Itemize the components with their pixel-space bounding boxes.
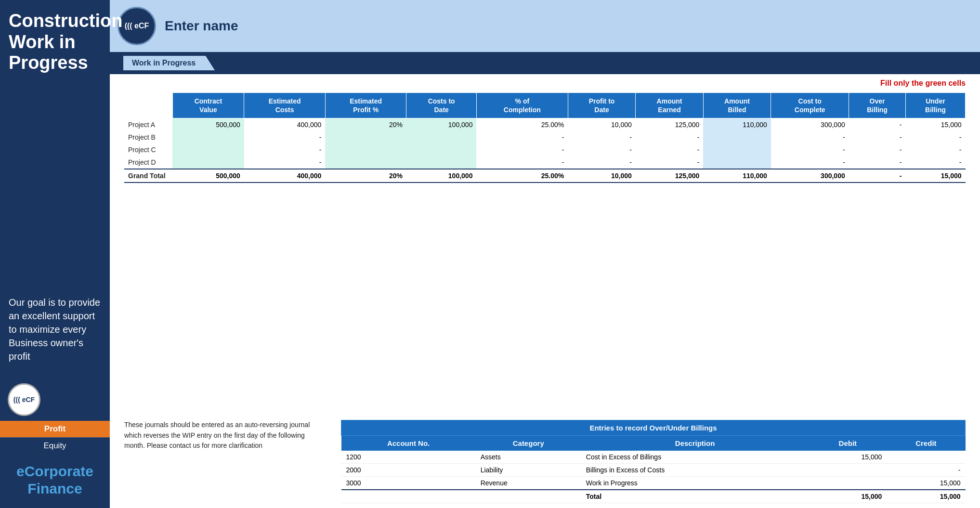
table-cell: -: [476, 156, 568, 169]
entries-cell-category: Revenue: [476, 477, 581, 490]
sidebar-ecf-label: ((( eCF: [13, 396, 35, 404]
entries-col-category: Category: [476, 436, 581, 451]
table-row: Project B-------: [124, 131, 966, 143]
grand-total-cell: Grand Total: [124, 169, 172, 182]
table-cell: -: [476, 131, 568, 143]
nav-tab-wip[interactable]: Work in Progress: [123, 56, 215, 70]
table-cell[interactable]: 500,000: [172, 118, 244, 131]
table-cell[interactable]: [172, 143, 244, 156]
col-amount-billed: AmountBilled: [703, 93, 771, 118]
entries-title: Entries to record Over/Under Billings: [341, 420, 966, 436]
table-cell[interactable]: [325, 131, 406, 143]
entries-total-cell: Total: [581, 490, 809, 503]
grand-total-row: Grand Total500,000400,00020%100,00025.00…: [124, 169, 966, 182]
table-cell[interactable]: [406, 156, 477, 169]
table-cell[interactable]: [172, 156, 244, 169]
content-area: Fill only the green cells ContractValue …: [110, 74, 980, 415]
header-enter-name[interactable]: Enter name: [165, 18, 238, 34]
table-cell[interactable]: 20%: [325, 118, 406, 131]
table-cell[interactable]: [325, 156, 406, 169]
header-nav: Work in Progress: [110, 52, 980, 74]
table-cell: Project D: [124, 156, 172, 169]
grand-total-cell: 400,000: [244, 169, 326, 182]
entries-cell-account_no: 3000: [341, 477, 476, 490]
sidebar-tabs: Profit Equity: [0, 421, 110, 454]
table-cell: 15,000: [905, 118, 965, 131]
table-cell: 25.00%: [476, 118, 568, 131]
entries-cell-credit: -: [887, 464, 965, 477]
table-cell: -: [849, 156, 906, 169]
table-cell[interactable]: [406, 143, 477, 156]
tab-profit[interactable]: Profit: [0, 421, 110, 437]
table-cell: -: [905, 143, 965, 156]
grand-total-cell: -: [849, 169, 906, 182]
table-cell[interactable]: [703, 131, 771, 143]
table-cell: -: [905, 131, 965, 143]
entries-col-description: Description: [581, 436, 809, 451]
entries-table-wrap: Entries to record Over/Under Billings Ac…: [341, 420, 966, 503]
sidebar: Construction Work in Progress Our goal i…: [0, 0, 110, 508]
table-cell: 400,000: [244, 118, 326, 131]
col-estimated-costs: EstimatedCosts: [244, 93, 326, 118]
table-cell: Project B: [124, 131, 172, 143]
table-cell: -: [849, 118, 906, 131]
entries-cell-category: Assets: [476, 451, 581, 464]
table-cell: -: [905, 156, 965, 169]
journal-note: These journals should be entered as an a…: [124, 420, 327, 451]
table-cell: -: [244, 143, 326, 156]
header-ecf-badge: ((( eCF: [118, 7, 156, 45]
grand-total-cell: 25.00%: [476, 169, 568, 182]
table-header-row: ContractValue EstimatedCosts EstimatedPr…: [124, 93, 966, 118]
col-contract-value: ContractValue: [172, 93, 244, 118]
entries-col-header-row: Account No. Category Description Debit C…: [341, 436, 966, 451]
wip-table: ContractValue EstimatedCosts EstimatedPr…: [124, 92, 966, 183]
table-row: Project A500,000400,00020%100,00025.00%1…: [124, 118, 966, 131]
table-cell[interactable]: [172, 131, 244, 143]
table-cell[interactable]: 100,000: [406, 118, 477, 131]
table-cell: -: [849, 143, 906, 156]
table-cell[interactable]: [325, 143, 406, 156]
entries-col-credit: Credit: [887, 436, 965, 451]
table-cell: -: [476, 143, 568, 156]
header-ecf-label: ((( eCF: [125, 22, 149, 30]
table-cell[interactable]: [703, 156, 771, 169]
table-cell: -: [244, 156, 326, 169]
sidebar-goal-text: Our goal is to provide an excellent supp…: [0, 287, 110, 374]
table-cell[interactable]: [406, 131, 477, 143]
sidebar-title: Construction Work in Progress: [0, 0, 110, 78]
table-cell[interactable]: [703, 143, 771, 156]
table-cell: -: [568, 156, 636, 169]
table-cell: -: [849, 131, 906, 143]
entries-total-row: Total15,00015,000: [341, 490, 966, 503]
table-cell: 10,000: [568, 118, 636, 131]
entries-cell-account_no: 2000: [341, 464, 476, 477]
col-amount-earned: AmountEarned: [636, 93, 703, 118]
col-over-billing: OverBilling: [849, 93, 906, 118]
grand-total-cell: 110,000: [703, 169, 771, 182]
entries-col-account: Account No.: [341, 436, 476, 451]
entries-cell-account_no: 1200: [341, 451, 476, 464]
bottom-section: These journals should be entered as an a…: [110, 415, 980, 508]
table-row: Project D-------: [124, 156, 966, 169]
entries-total-cell: 15,000: [887, 490, 965, 503]
entries-row: 1200AssetsCost in Excess of Billings15,0…: [341, 451, 966, 464]
col-under-billing: UnderBilling: [905, 93, 965, 118]
table-row: Project C-------: [124, 143, 966, 156]
entries-cell-debit: [809, 477, 887, 490]
entries-cell-debit: 15,000: [809, 451, 887, 464]
col-pct-completion: % ofCompletion: [476, 93, 568, 118]
sidebar-ecf-badge: ((( eCF: [8, 383, 40, 416]
entries-cell-description: Work in Progress: [581, 477, 809, 490]
entries-row: 2000LiabilityBillings in Excess of Costs…: [341, 464, 966, 477]
tab-equity[interactable]: Equity: [0, 437, 110, 454]
entries-total-cell: 15,000: [809, 490, 887, 503]
col-costs-to-date: Costs toDate: [406, 93, 477, 118]
entries-cell-debit: [809, 464, 887, 477]
table-cell: 300,000: [771, 118, 849, 131]
entries-total-cell: [341, 490, 476, 503]
grand-total-cell: 15,000: [905, 169, 965, 182]
table-cell[interactable]: 110,000: [703, 118, 771, 131]
entries-header-row: Entries to record Over/Under Billings: [341, 420, 966, 436]
grand-total-cell: 10,000: [568, 169, 636, 182]
col-estimated-profit: EstimatedProfit %: [325, 93, 406, 118]
